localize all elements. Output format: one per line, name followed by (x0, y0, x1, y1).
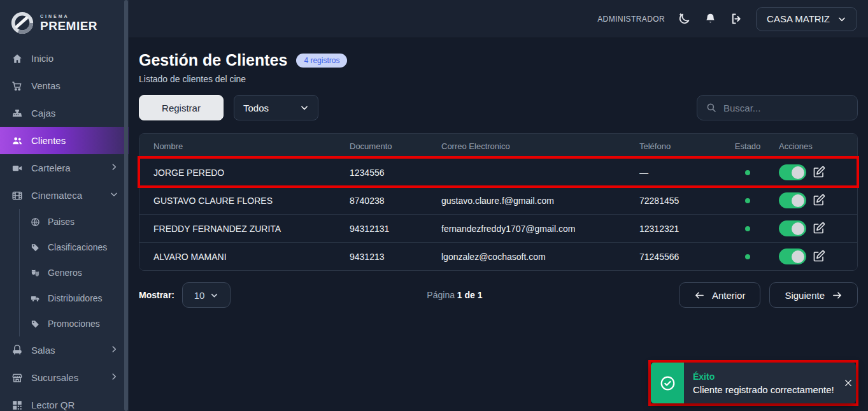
status-active-dot (745, 226, 750, 231)
sidebar-item-cajas[interactable]: Cajas (0, 99, 129, 127)
sidebar-item-label: Clientes (31, 135, 66, 146)
sidebar-subitem-label: Generos (48, 268, 82, 278)
cell-estado (722, 226, 773, 231)
sidebar-subitem-distribuidores[interactable]: Distribuidores (20, 285, 129, 311)
edit-pencil-icon (812, 222, 825, 235)
previous-label: Anterior (712, 290, 746, 301)
sidebar-subitem-label: Clasificaciones (48, 242, 107, 252)
status-toggle[interactable] (779, 192, 806, 208)
sidebar-subitem-clasificaciones[interactable]: Clasificaciones (20, 234, 129, 260)
status-toggle[interactable] (779, 220, 806, 236)
search-input[interactable] (723, 103, 850, 113)
toast-body: Éxito Cliente registrado correctamente! (684, 363, 842, 403)
table-row[interactable]: FREDDY FERNANDEZ ZURITA 94312131 fernand… (139, 214, 857, 242)
pagina-label: Página (427, 290, 455, 300)
sidebar-scrollbar[interactable] (124, 0, 128, 411)
cell-correo: fernandezfreddy1707@gmail.com (441, 224, 639, 234)
logout-icon (730, 12, 743, 25)
toggle-knob (792, 166, 804, 179)
toggle-knob (792, 222, 804, 235)
toggle-knob (792, 250, 804, 263)
records-count-badge: 4 registros (296, 54, 347, 68)
next-page-button[interactable]: Siguiente (769, 282, 858, 308)
brand-text: CINEMA PREMIER (40, 14, 97, 32)
page-size-value: 10 (194, 290, 205, 301)
cell-telefono: 72281455 (639, 196, 722, 206)
sidebar-item-salas[interactable]: Salas (0, 336, 129, 364)
chevron-down-icon (837, 15, 846, 24)
store-icon (11, 372, 23, 384)
user-role-label: ADMINISTRADOR (597, 15, 665, 24)
cell-acciones (773, 220, 857, 236)
edit-client-button[interactable] (812, 222, 825, 235)
sidebar-item-clientes[interactable]: Clientes (0, 127, 129, 154)
sidebar-nav: Inicio Ventas Cajas Clientes Cartelera (0, 45, 129, 411)
truck-icon (31, 294, 40, 303)
status-filter-select[interactable]: Todos (234, 95, 318, 120)
users-icon (11, 135, 23, 147)
toast-title: Éxito (693, 371, 834, 382)
status-toggle[interactable] (779, 249, 806, 264)
table-row[interactable]: JORGE PEREDO 1234556 — (139, 158, 857, 186)
brand-logo: CINEMA PREMIER (0, 0, 129, 45)
sidebar-item-label: Lector QR (31, 400, 75, 410)
pagination-bar: Mostrar: 10 Página 1 de 1 Anterior Sigui… (139, 282, 858, 308)
status-toggle[interactable] (779, 164, 806, 180)
chevron-down-icon (300, 103, 309, 112)
edit-client-button[interactable] (812, 194, 825, 207)
sidebar-item-lector-qr[interactable]: Lector QR (0, 391, 129, 411)
column-header-acciones: Acciones (773, 141, 857, 151)
column-header-telefono: Teléfono (639, 141, 722, 151)
clients-table: Nombre Documento Correo Electronico Telé… (139, 133, 858, 271)
table-row[interactable]: GUSTAVO CLAURE FLORES 8740238 gustavo.cl… (139, 186, 857, 214)
search-icon (706, 102, 717, 113)
branch-label: CASA MATRIZ (767, 13, 830, 24)
sidebar: CINEMA PREMIER Inicio Ventas Cajas Clien… (0, 0, 129, 411)
cell-estado (722, 170, 773, 175)
previous-page-button[interactable]: Anterior (679, 282, 761, 308)
register-button[interactable]: Registrar (139, 95, 224, 120)
cinemateca-submenu: Paises Clasificaciones Generos Distribui… (19, 209, 129, 336)
app-window: CINEMA PREMIER Inicio Ventas Cajas Clien… (0, 0, 868, 411)
sidebar-subitem-generos[interactable]: Generos (20, 260, 129, 285)
sidebar-item-inicio[interactable]: Inicio (0, 45, 129, 72)
page-indicator: Página 1 de 1 (231, 290, 679, 300)
sidebar-item-sucursales[interactable]: Sucursales (0, 364, 129, 391)
logout-button[interactable] (730, 12, 743, 25)
branch-selector[interactable]: CASA MATRIZ (756, 7, 857, 31)
edit-client-button[interactable] (812, 250, 825, 263)
globe-icon (31, 217, 40, 227)
page-size-label: Mostrar: (139, 290, 174, 300)
sidebar-item-label: Sucursales (31, 372, 78, 383)
cell-estado (722, 198, 773, 203)
sidebar-subitem-promociones[interactable]: Promociones (20, 311, 129, 336)
column-header-nombre: Nombre (139, 141, 350, 151)
table-row[interactable]: ALVARO MAMANI 9431213 lgonzalez@cochasof… (139, 242, 857, 270)
cell-documento: 8740238 (350, 196, 441, 206)
sidebar-item-cinemateca[interactable]: Cinemateca (0, 182, 129, 209)
sidebar-subitem-paises[interactable]: Paises (20, 209, 129, 234)
chevron-right-icon (110, 372, 118, 383)
cell-estado (722, 254, 773, 259)
table-header-row: Nombre Documento Correo Electronico Telé… (139, 134, 857, 158)
seat-icon (11, 345, 23, 356)
sidebar-subitem-label: Promociones (48, 319, 100, 329)
cash-register-icon (11, 108, 23, 119)
sidebar-item-ventas[interactable]: Ventas (0, 72, 129, 99)
sidebar-item-label: Cartelera (31, 162, 71, 173)
dark-mode-toggle-button[interactable] (678, 12, 691, 25)
arrow-right-icon (832, 290, 843, 301)
bell-icon (704, 12, 717, 25)
notifications-button[interactable] (704, 12, 717, 25)
page-size-select[interactable]: 10 (182, 282, 231, 308)
cell-nombre: JORGE PEREDO (139, 168, 350, 178)
sidebar-item-cartelera[interactable]: Cartelera (0, 154, 129, 182)
page-subtitle: Listado de clientes del cine (139, 74, 858, 84)
chevron-right-icon (110, 162, 118, 173)
toast-close-button[interactable] (842, 363, 856, 403)
tag-icon (31, 319, 40, 329)
edit-client-button[interactable] (812, 166, 825, 179)
sidebar-item-label: Cajas (31, 108, 55, 119)
sidebar-subitem-label: Paises (48, 217, 75, 227)
status-active-dot (745, 198, 750, 203)
